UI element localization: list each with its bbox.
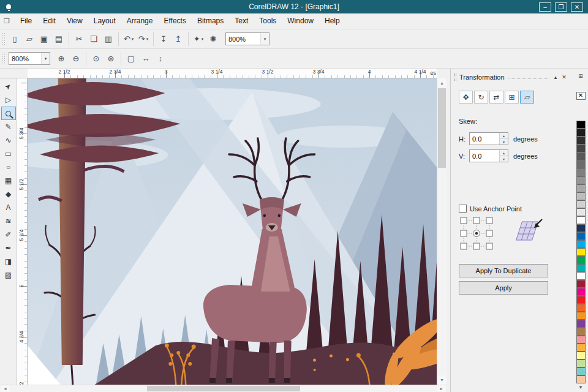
vertical-scrollbar[interactable]: ▴ ▾ [437,78,447,385]
interactive-blend-tool[interactable]: ≋ [1,214,16,228]
color-swatch[interactable] [576,145,586,153]
zoom-tool[interactable] [1,107,16,120]
menu-item-help[interactable]: Help [319,13,345,29]
color-swatch[interactable] [576,224,586,232]
palette-options-button[interactable]: ⊞ [576,72,586,80]
color-swatch[interactable] [576,121,586,129]
color-swatch[interactable] [576,360,586,368]
fill-tool[interactable]: ◨ [1,255,16,268]
export-button[interactable]: ↥ [171,32,186,47]
app-icon[interactable] [3,2,14,12]
redo-button[interactable]: ↷▾ [136,32,151,47]
scroll-right-button[interactable]: ▸ [437,385,446,392]
outline-tool[interactable]: ✒ [1,241,16,255]
maximize-button[interactable]: ❐ [555,2,567,12]
print-button[interactable]: ▤ [51,32,66,47]
menu-item-edit[interactable]: Edit [37,13,61,29]
cut-button[interactable]: ✂ [72,32,86,47]
color-swatch[interactable] [576,184,586,192]
color-swatch[interactable] [576,129,586,137]
menu-item-bitmaps[interactable]: Bitmaps [192,13,229,29]
rectangle-tool[interactable]: ▭ [1,147,16,160]
palette-scroll-down-button[interactable]: ▾ [576,383,586,391]
zoom-all-button[interactable]: ⊛ [104,51,118,66]
scroll-left-button[interactable]: ◂ [1,385,10,392]
menu-item-effects[interactable]: Effects [158,13,191,29]
color-swatch[interactable] [576,137,586,145]
horizontal-scroll-thumb[interactable] [147,386,300,391]
app-launcher-button[interactable]: ✦▾ [191,32,206,47]
color-swatch[interactable] [576,368,586,375]
smart-drawing-tool[interactable]: ∿ [1,134,16,147]
paste-button[interactable]: ▥ [101,32,116,47]
color-swatch[interactable] [576,176,586,184]
docker-collapse-button[interactable]: ▴ [551,74,560,80]
zoom-selected-button[interactable]: ⊙ [89,51,104,66]
scroll-up-button[interactable]: ▴ [437,78,447,88]
v-skew-spinner[interactable]: ▴ ▾ [499,150,508,162]
horizontal-scrollbar[interactable]: ◂ ▸ [0,385,447,392]
apply-button[interactable]: Apply [459,281,548,295]
redo-dropdown-icon[interactable]: ▾ [146,37,149,42]
freehand-tool[interactable]: ✎ [1,120,16,134]
color-swatch[interactable] [576,216,586,224]
vertical-ruler[interactable]: 5 3/45 1/25 1/454 3/44 1/2 [17,78,28,385]
basic-shapes-tool[interactable]: ◆ [1,187,16,201]
menu-item-file[interactable]: File [15,13,37,29]
anchor-point-grid[interactable] [459,216,497,251]
zoom-width-button[interactable]: ↔ [138,51,153,66]
color-swatch[interactable] [576,352,586,360]
minimize-button[interactable]: – [539,2,551,12]
zoom-levels-combo[interactable]: 800% ▾ [9,52,50,65]
drawing-canvas[interactable] [28,78,437,385]
toolbar-grip[interactable] [2,32,5,46]
color-swatch[interactable] [576,312,586,320]
color-swatch[interactable] [576,192,586,200]
interactive-fill-tool[interactable]: ▨ [1,268,16,282]
color-swatch[interactable] [576,208,586,216]
color-swatch[interactable] [576,344,586,352]
zoom-out-button[interactable]: ⊖ [69,51,83,66]
h-skew-spinner[interactable]: ▴ ▾ [499,133,508,145]
zoom-level-combo[interactable]: 800% ▾ [225,32,270,45]
color-swatch[interactable] [576,280,586,288]
toolbar-grip[interactable] [2,52,5,66]
color-swatch[interactable] [576,232,586,240]
copy-button[interactable]: ❏ [86,32,101,47]
save-button[interactable]: ▣ [37,32,51,47]
combo-dropdown-icon[interactable]: ▾ [260,33,269,45]
menu-item-tools[interactable]: Tools [254,13,282,29]
color-swatch[interactable] [576,153,586,160]
app-launcher-dropdown-icon[interactable]: ▾ [202,37,204,42]
import-button[interactable]: ↧ [156,32,171,47]
color-swatch[interactable] [576,296,586,304]
docker-grip[interactable] [454,74,456,81]
spin-down-icon[interactable]: ▾ [500,138,508,145]
spin-up-icon[interactable]: ▴ [500,150,508,156]
new-button[interactable]: ▯ [7,32,22,47]
color-swatch[interactable] [576,328,586,336]
color-swatch[interactable] [576,304,586,312]
text-tool[interactable]: A [1,201,16,214]
menu-item-text[interactable]: Text [229,13,254,29]
zoom-page-button[interactable]: ▢ [124,51,138,66]
spin-up-icon[interactable]: ▴ [500,133,508,138]
color-swatch[interactable] [576,240,586,248]
use-anchor-point-checkbox[interactable] [459,205,467,213]
open-button[interactable]: ▱ [22,32,37,47]
corel-online-button[interactable]: ✺ [206,32,221,47]
document-window-icon[interactable]: ❐ [4,17,10,25]
docker-close-button[interactable]: ✕ [560,74,568,80]
color-swatch[interactable] [576,288,586,296]
scroll-down-button[interactable]: ▾ [437,375,447,385]
zoom-height-button[interactable]: ↕ [153,51,168,66]
color-swatch[interactable] [576,272,586,280]
scale-mirror-tab[interactable]: ⇄ [489,91,503,104]
color-swatch[interactable] [576,200,586,208]
color-swatch[interactable] [576,264,586,272]
spin-down-icon[interactable]: ▾ [500,156,508,162]
color-swatch[interactable] [576,168,586,176]
zoom-in-button[interactable]: ⊕ [54,51,69,66]
menu-item-view[interactable]: View [61,13,88,29]
shape-tool[interactable]: ▷ [1,93,16,107]
